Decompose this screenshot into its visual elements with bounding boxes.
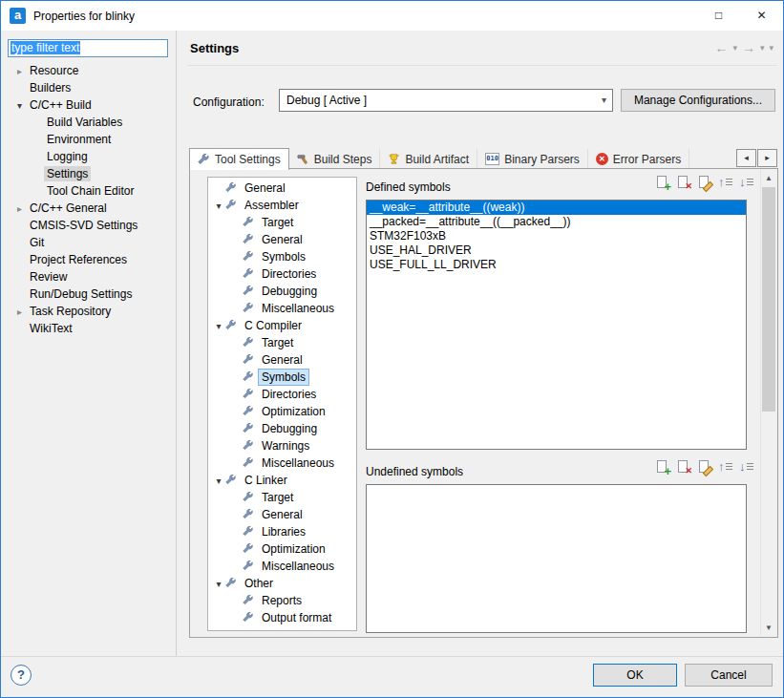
defined-symbol-row[interactable]: __weak=__attribute__((weak)) xyxy=(367,201,746,215)
tool-item-label: General xyxy=(242,180,288,196)
forward-dropdown-icon[interactable]: ▾ xyxy=(760,41,765,54)
tool-tree-item[interactable]: C Compiler xyxy=(208,317,356,334)
manage-configurations-button[interactable]: Manage Configurations... xyxy=(621,89,775,112)
tab-binary-parsers[interactable]: Binary Parsers xyxy=(477,149,588,169)
tool-tree-item[interactable]: General xyxy=(208,351,356,369)
sidebar-tree-item[interactable]: C/C++ Build xyxy=(1,96,175,114)
titlebar: a Properties for blinky □ ✕ xyxy=(1,1,783,31)
sidebar-tree-item[interactable]: Builders xyxy=(1,79,175,96)
sidebar-tree-item[interactable]: CMSIS-SVD Settings xyxy=(1,217,175,234)
tool-tree-item[interactable]: Miscellaneous xyxy=(208,300,356,317)
add-symbol-icon[interactable] xyxy=(653,176,670,190)
ok-button[interactable]: OK xyxy=(593,664,677,687)
tool-tree-item[interactable]: Reports xyxy=(208,592,356,609)
back-dropdown-icon[interactable]: ▾ xyxy=(732,41,737,54)
back-icon[interactable]: ← xyxy=(714,41,728,54)
sidebar-tree-item[interactable]: Run/Debug Settings xyxy=(1,286,175,303)
sidebar-tree-item[interactable]: Tool Chain Editor xyxy=(1,182,175,200)
tool-item-label: Debugging xyxy=(259,284,320,299)
tool-tree-item[interactable]: C Linker xyxy=(208,472,356,489)
configuration-select[interactable]: Debug [ Active ] ▾ xyxy=(279,89,613,112)
filter-input[interactable]: type filter text xyxy=(8,39,168,57)
sidebar-tree-item[interactable]: Review xyxy=(1,268,175,286)
tool-tree-item[interactable]: Optimization xyxy=(208,403,356,420)
tree-arrow-icon[interactable] xyxy=(212,579,225,589)
defined-symbol-row[interactable]: STM32F103xB xyxy=(367,229,746,243)
scroll-up-icon[interactable]: ▲ xyxy=(761,170,776,186)
tool-tree-item[interactable]: Other xyxy=(208,575,356,592)
tree-arrow-icon[interactable] xyxy=(12,66,27,76)
tree-arrow-icon[interactable] xyxy=(12,307,27,317)
defined-symbols-list[interactable]: __weak=__attribute__((weak)) __packed=__… xyxy=(366,200,747,450)
tool-tree-item[interactable]: Directories xyxy=(208,265,356,283)
defined-symbol-row[interactable]: USE_HAL_DRIVER xyxy=(367,243,746,258)
tree-arrow-icon[interactable] xyxy=(12,100,27,111)
tab-build-steps[interactable]: Build Steps xyxy=(289,149,381,169)
sidebar-tree-item[interactable]: Settings xyxy=(1,165,175,182)
tool-tree-item[interactable]: General xyxy=(208,180,356,197)
tool-tree-item[interactable]: Target xyxy=(208,489,356,506)
maximize-button[interactable]: □ xyxy=(697,1,740,31)
tool-tree-item[interactable]: Warnings xyxy=(208,437,356,455)
tree-arrow-icon[interactable] xyxy=(212,476,225,486)
edit-symbol-icon[interactable] xyxy=(695,460,712,475)
sidebar-tree-item[interactable]: Resource xyxy=(1,62,175,79)
defined-symbol-row[interactable]: USE_FULL_LL_DRIVER xyxy=(367,258,746,272)
close-button[interactable]: ✕ xyxy=(740,1,783,31)
tool-tree-item[interactable]: Assembler xyxy=(208,197,356,214)
tool-tree-item[interactable]: Output format xyxy=(208,609,356,626)
help-button[interactable]: ? xyxy=(11,665,32,686)
sidebar-tree-item[interactable]: Environment xyxy=(1,131,175,148)
tool-tree-item[interactable]: Optimization xyxy=(208,540,356,558)
main-panel: Settings ← ▾ → ▾ ▾ Configuration: Debug … xyxy=(178,31,783,656)
tool-tree-item[interactable]: General xyxy=(208,231,356,248)
sidebar-tree-item[interactable]: Git xyxy=(1,234,175,251)
tool-tree-item[interactable]: Debugging xyxy=(208,420,356,437)
tree-item-label: Tool Chain Editor xyxy=(44,183,137,199)
tool-tree-item[interactable]: General xyxy=(208,506,356,523)
tool-tree-item[interactable]: Miscellaneous xyxy=(208,558,356,575)
tree-arrow-icon[interactable] xyxy=(212,201,225,211)
tab-scroll-left[interactable]: ◂ xyxy=(736,149,756,167)
scroll-thumb[interactable] xyxy=(762,187,775,412)
delete-symbol-icon[interactable] xyxy=(674,176,691,190)
sidebar-tree-item[interactable]: Logging xyxy=(1,148,175,165)
tool-tree-item[interactable]: Target xyxy=(208,334,356,351)
undefined-symbols-list[interactable] xyxy=(366,484,747,633)
undefined-symbols-title: Undefined symbols xyxy=(366,465,463,478)
sidebar-tree-item[interactable]: Project References xyxy=(1,251,175,268)
edit-symbol-icon[interactable] xyxy=(695,176,712,190)
tool-tree-item[interactable]: Symbols xyxy=(208,369,356,386)
sidebar-tree-item[interactable]: WikiText xyxy=(1,320,175,337)
tab-build-artifact[interactable]: Build Artifact xyxy=(380,149,477,169)
tab-scroll-right[interactable]: ▸ xyxy=(757,149,777,167)
move-up-icon[interactable] xyxy=(716,176,733,190)
scroll-down-icon[interactable]: ▼ xyxy=(761,620,776,636)
move-up-icon[interactable] xyxy=(716,460,733,475)
tool-tree-item[interactable]: Target xyxy=(208,214,356,231)
add-symbol-icon[interactable] xyxy=(653,460,670,475)
vertical-scrollbar[interactable]: ▲ ▼ xyxy=(760,170,776,636)
tool-tree-item[interactable]: Debugging xyxy=(208,283,356,300)
delete-symbol-icon[interactable] xyxy=(674,460,691,475)
tool-tree-item[interactable]: Libraries xyxy=(208,523,356,540)
tree-arrow-icon[interactable] xyxy=(212,321,225,331)
defined-symbol-row[interactable]: __packed=__attribute__((__packed__)) xyxy=(367,215,746,229)
symbol-text: STM32F103xB xyxy=(370,229,446,243)
tab-error-parsers[interactable]: Error Parsers xyxy=(588,149,689,169)
move-down-icon[interactable] xyxy=(737,176,754,190)
sidebar-tree-item[interactable]: Build Variables xyxy=(1,114,175,131)
tool-tree-item[interactable]: Symbols xyxy=(208,248,356,265)
tool-tree-item[interactable]: Miscellaneous xyxy=(208,455,356,472)
sidebar-tree-item[interactable]: Task Repository xyxy=(1,303,175,320)
symbol-text: __packed=__attribute__((__packed__)) xyxy=(370,215,570,228)
move-down-icon[interactable] xyxy=(737,460,754,475)
tree-arrow-icon[interactable] xyxy=(12,203,27,214)
configuration-value: Debug [ Active ] xyxy=(286,94,367,107)
cancel-button[interactable]: Cancel xyxy=(685,664,773,687)
view-menu-icon[interactable]: ▾ xyxy=(769,41,773,54)
tab-tool-settings[interactable]: Tool Settings xyxy=(189,148,289,170)
tool-tree-item[interactable]: Directories xyxy=(208,386,356,403)
forward-icon[interactable]: → xyxy=(742,41,755,54)
sidebar-tree-item[interactable]: C/C++ General xyxy=(1,200,175,217)
